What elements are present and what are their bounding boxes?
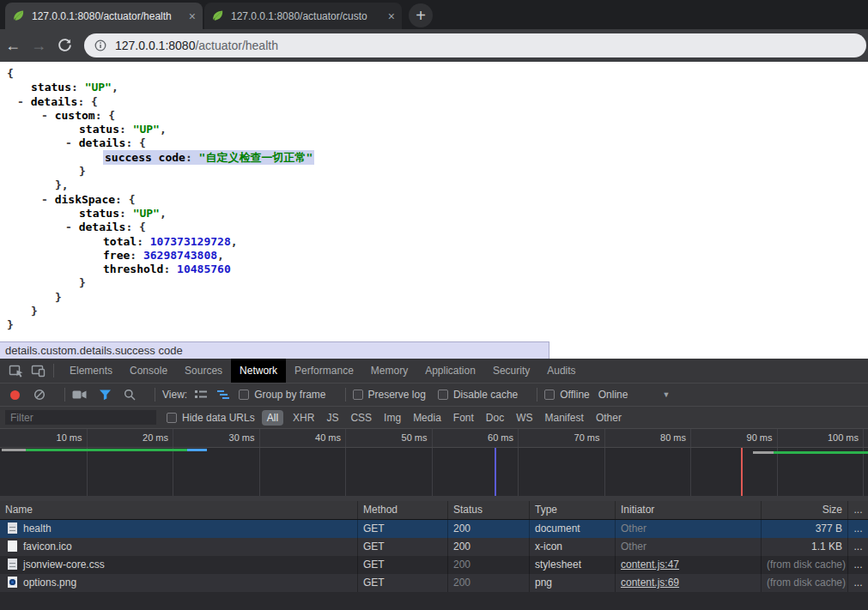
search-icon[interactable] (124, 389, 136, 401)
column-header-status[interactable]: Status (448, 501, 530, 519)
filter-type-ws[interactable]: WS (516, 412, 532, 424)
filter-funnel-icon[interactable] (99, 389, 112, 401)
filter-type-js[interactable]: JS (326, 412, 338, 424)
request-initiator[interactable]: content.js:47 (616, 556, 762, 574)
collapse-toggle[interactable]: - (65, 220, 79, 233)
devtools-tab-performance[interactable]: Performance (286, 359, 362, 383)
ruler-tick-label: 80 ms (660, 432, 690, 443)
json-punct: : (130, 249, 143, 262)
network-request-row[interactable]: options.pngGET200pngcontent.js:69(from d… (0, 574, 868, 592)
devtools-tab-audits[interactable]: Audits (538, 359, 584, 383)
disable-cache-checkbox[interactable]: Disable cache (438, 389, 530, 401)
timeline-overview[interactable] (0, 448, 868, 496)
json-line: { (0, 67, 868, 81)
request-name[interactable]: health (0, 520, 358, 538)
dom-content-loaded-marker (495, 448, 496, 496)
ruler-gridline (690, 429, 691, 447)
throttling-dropdown[interactable]: Online ▼ (598, 389, 671, 401)
column-header-initiator[interactable]: Initiator (616, 501, 762, 519)
request-size: (from disk cache) (762, 556, 848, 574)
overview-gridline (173, 448, 173, 496)
filter-type-manifest[interactable]: Manifest (545, 412, 584, 424)
column-header-size[interactable]: Size (762, 501, 848, 519)
devtools-tab-application[interactable]: Application (416, 359, 484, 383)
filter-type-font[interactable]: Font (453, 412, 474, 424)
json-line: - diskSpace: { (0, 193, 868, 207)
load-event-marker (741, 448, 743, 496)
devtools-tab-security[interactable]: Security (484, 359, 538, 383)
collapse-toggle[interactable]: - (41, 193, 55, 206)
column-header-type[interactable]: Type (530, 501, 616, 519)
request-overflow: ... (848, 538, 868, 556)
network-request-row[interactable]: favicon.icoGET200x-iconOther1.1 KB... (0, 538, 868, 556)
network-request-row[interactable]: healthGET200documentOther377 B... (0, 520, 868, 538)
large-rows-view-icon[interactable] (194, 390, 208, 400)
devtools-tab-memory[interactable]: Memory (362, 359, 416, 383)
back-button[interactable]: ← (0, 37, 26, 55)
json-key: custom (55, 109, 95, 122)
request-name[interactable]: options.png (0, 574, 358, 592)
request-name[interactable]: jsonview-core.css (0, 556, 358, 574)
forward-button[interactable]: → (26, 37, 52, 55)
group-by-frame-checkbox[interactable]: Group by frame (239, 389, 337, 401)
checkbox-icon (544, 390, 555, 400)
request-name[interactable]: favicon.ico (0, 538, 358, 556)
tab-close-icon[interactable]: × (388, 9, 395, 23)
filter-type-media[interactable]: Media (413, 412, 441, 424)
json-line: status: "UP", (0, 123, 868, 136)
devtools-tab-network[interactable]: Network (231, 359, 286, 383)
json-punct: : { (125, 220, 145, 233)
overview-gridline (604, 448, 605, 496)
divider (53, 364, 54, 377)
overview-gridline (345, 448, 346, 496)
collapse-toggle[interactable]: - (41, 109, 55, 122)
devtools-tab-console[interactable]: Console (121, 359, 176, 383)
device-toolbar-icon[interactable] (31, 364, 46, 378)
record-button[interactable] (10, 390, 20, 400)
request-initiator[interactable]: content.js:69 (616, 574, 762, 592)
offline-checkbox[interactable]: Offline (544, 389, 598, 401)
highlighted-json-value: success code: "自定义检查一切正常" (103, 150, 314, 165)
column-header-overflow[interactable]: ... (848, 501, 868, 519)
devtools-tab-bar: ElementsConsoleSourcesNetworkPerformance… (0, 359, 868, 384)
json-key: status (79, 123, 119, 136)
devtools-tab-sources[interactable]: Sources (176, 359, 231, 383)
browser-tab-health[interactable]: 127.0.0.1:8080/actuator/health × (5, 3, 203, 29)
filter-input[interactable] (5, 410, 156, 425)
page-info-icon[interactable] (94, 39, 106, 51)
ruler-tick-label: 90 ms (747, 432, 777, 443)
waterfall-view-icon[interactable] (216, 390, 230, 400)
column-header-name[interactable]: Name (0, 501, 358, 519)
refresh-button[interactable] (52, 35, 77, 57)
json-line: }, (0, 178, 868, 192)
request-size: 1.1 KB (762, 538, 848, 556)
json-key: diskSpace (55, 193, 115, 206)
timeline-ruler: 10 ms20 ms30 ms40 ms50 ms60 ms70 ms80 ms… (0, 429, 868, 448)
address-bar[interactable]: 127.0.0.1:8080/actuator/health (84, 33, 866, 57)
filter-type-other[interactable]: Other (596, 412, 622, 424)
clear-icon[interactable] (33, 389, 46, 401)
ruler-gridline (432, 429, 433, 447)
devtools-tab-elements[interactable]: Elements (61, 359, 121, 383)
filter-type-all[interactable]: All (262, 410, 283, 426)
inspect-element-icon[interactable] (9, 364, 24, 378)
collapse-toggle[interactable]: - (65, 136, 79, 149)
network-request-row[interactable]: jsonview-core.cssGET200stylesheetcontent… (0, 556, 868, 574)
column-header-method[interactable]: Method (358, 501, 448, 519)
preserve-log-checkbox[interactable]: Preserve log (353, 389, 438, 401)
json-line: - details: { (0, 95, 868, 109)
collapse-toggle[interactable]: - (17, 95, 31, 108)
url-host: 127.0.0.1:8080 (115, 39, 195, 52)
filter-type-css[interactable]: CSS (350, 412, 372, 424)
ruler-gridline (518, 429, 519, 447)
screenshot-capture-icon[interactable] (72, 390, 87, 400)
filter-type-xhr[interactable]: XHR (293, 412, 314, 424)
filter-type-doc[interactable]: Doc (486, 412, 504, 424)
hide-data-urls-checkbox[interactable]: Hide data URLs (167, 412, 258, 424)
tab-close-icon[interactable]: × (189, 9, 196, 23)
browser-tab-custom[interactable]: 127.0.0.1:8080/actuator/custo × (204, 3, 402, 29)
request-type: document (530, 520, 616, 538)
filter-type-img[interactable]: Img (384, 412, 401, 424)
divider (345, 388, 346, 402)
new-tab-button[interactable]: + (409, 3, 433, 27)
